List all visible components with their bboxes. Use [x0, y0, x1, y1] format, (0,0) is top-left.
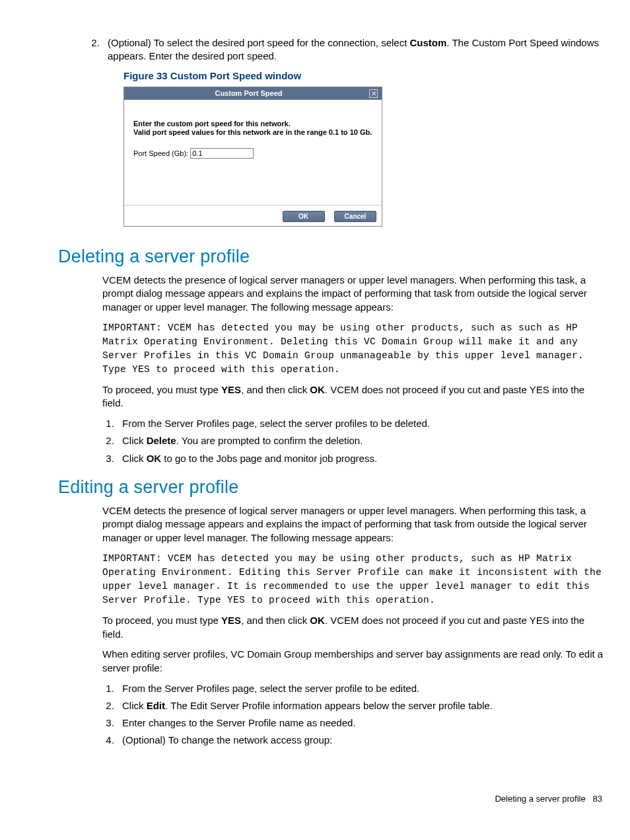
code-block: IMPORTANT: VCEM has detected you may be …: [102, 552, 604, 607]
list-item: From the Server Profiles page, select th…: [117, 417, 604, 430]
close-icon[interactable]: ✕: [369, 89, 378, 98]
paragraph: VCEM detects the presence of logical ser…: [102, 504, 604, 545]
list-item: (Optional) To change the network access …: [117, 734, 604, 747]
code-block: IMPORTANT: VCEM has detected you may be …: [102, 321, 604, 377]
page-footer: Deleting a server profile 83: [59, 794, 604, 804]
footer-section: Deleting a server profile: [495, 794, 585, 804]
footer-page-number: 83: [593, 794, 602, 804]
list-item: Click Edit. The Edit Server Profile info…: [117, 699, 604, 712]
ok-button[interactable]: OK: [283, 211, 325, 222]
heading-editing: Editing a server profile: [58, 477, 604, 498]
heading-deleting: Deleting a server profile: [58, 247, 604, 267]
list-item: Click OK to go to the Jobs page and moni…: [117, 452, 604, 465]
port-speed-label: Port Speed (Gb):: [133, 149, 188, 157]
list-item: (Optional) To select the desired port sp…: [102, 36, 604, 63]
custom-port-speed-dialog: Custom Port Speed ✕ Enter the custom por…: [123, 87, 382, 227]
step-bold: Custom: [410, 37, 447, 48]
dialog-text-line2: Valid port speed values for this network…: [133, 128, 372, 136]
list-item: Click Delete. You are prompted to confir…: [117, 434, 604, 447]
paragraph: When editing server profiles, VC Domain …: [102, 648, 604, 675]
figure-caption: Figure 33 Custom Port Speed window: [123, 70, 604, 81]
cancel-button[interactable]: Cancel: [334, 211, 376, 222]
step-text: (Optional) To select the desired port sp…: [108, 37, 410, 48]
port-speed-input[interactable]: [190, 148, 254, 159]
list-item: Enter changes to the Server Profile name…: [117, 716, 604, 730]
dialog-text-line1: Enter the custom port speed for this net…: [133, 120, 372, 128]
list-item: From the Server Profiles page, select th…: [117, 682, 604, 695]
paragraph: VCEM detects the presence of logical ser…: [102, 274, 604, 315]
paragraph: To proceed, you must type YES, and then …: [102, 383, 604, 410]
paragraph: To proceed, you must type YES, and then …: [102, 614, 604, 641]
dialog-title: Custom Port Speed: [128, 89, 369, 97]
dialog-titlebar: Custom Port Speed ✕: [124, 87, 382, 100]
